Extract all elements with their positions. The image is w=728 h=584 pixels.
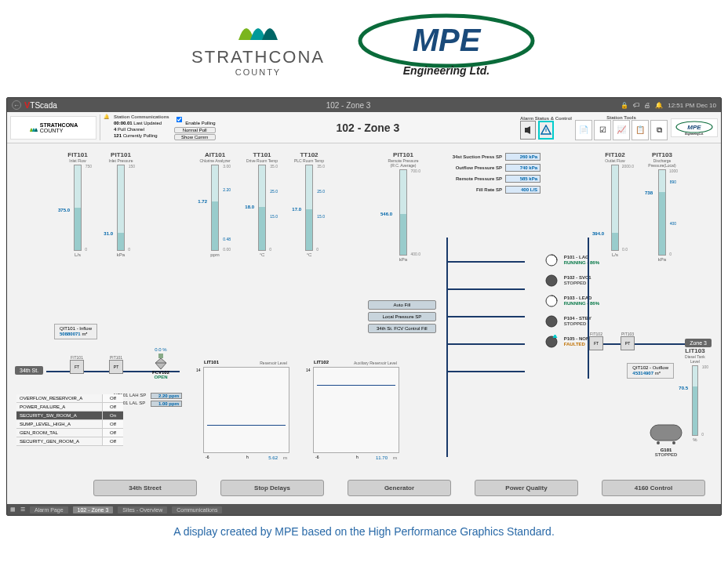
discrete-alarm-table: OVERFLOW_RESERVOIR_AOff POWER_FAILURE_AO… xyxy=(16,394,123,446)
center-buttons: Auto Fill Local Pressure SP 34th St. FCV… xyxy=(368,300,436,333)
disc-row[interactable]: GEN_ROOM_TALOff xyxy=(16,429,123,437)
tank-g101[interactable]: G101 STOPPED xyxy=(646,421,686,457)
nav-4160-control[interactable]: 4160 Control xyxy=(602,480,705,496)
sb-tab-alarm[interactable]: Alarm Page xyxy=(30,506,68,513)
disc-row[interactable]: SECURITY_GEN_ROOM_AOff xyxy=(16,437,123,446)
list-icon[interactable]: ☰ xyxy=(20,506,25,513)
pit101-tag[interactable]: PIT101PT xyxy=(109,355,123,374)
bar-fit102[interactable]: FIT102 Outlet Flow 2000.0394.00.0 L/s xyxy=(595,151,635,257)
tool-trend-icon[interactable]: 📈 xyxy=(613,120,630,140)
svg-point-14 xyxy=(672,441,675,444)
sb-tab-comm[interactable]: Communications xyxy=(172,506,222,513)
sp-fillrate[interactable]: 400 L/S xyxy=(505,186,541,194)
pump-p101[interactable]: P101 - LAGRUNNING - 86% xyxy=(542,253,599,267)
pipe xyxy=(446,288,525,290)
svg-rect-11 xyxy=(158,354,163,358)
svg-point-9 xyxy=(546,316,557,327)
disc-row[interactable]: POWER_FAILURE_AOff xyxy=(16,403,123,412)
bar-lit103[interactable]: LIT103 Diesel Tank Level 10070.50 % xyxy=(682,347,708,442)
pipe xyxy=(446,316,525,317)
bar-fit101[interactable]: FIT101 Inlet Flow 750375.00 L/s xyxy=(58,151,97,257)
fcv-control-fill-button[interactable]: 34th St. FCV Control Fill xyxy=(368,324,436,333)
svg-text:MPE: MPE xyxy=(687,124,701,131)
page-title: 102 - Zone 3 xyxy=(219,122,517,134)
ait-lal-sp[interactable]: 1.00 ppm xyxy=(151,401,182,407)
bar-tt101[interactable]: TT101 Drive Room Temp 35.025.018.015.00 … xyxy=(242,151,282,257)
sp-suction[interactable]: 260 kPa xyxy=(505,153,541,161)
nav-34th-street[interactable]: 34th Street xyxy=(93,480,197,496)
bar-ait101[interactable]: AIT101 Chlorine Analyzer 3.002.201.720.4… xyxy=(195,151,235,257)
station-comm-panel: 🔔 Station Communications 00:00.01 Last U… xyxy=(100,114,216,140)
mpe-sub: Engineering Ltd. xyxy=(403,64,490,77)
mpe-text: MPE xyxy=(413,23,482,57)
ait-lah-sp[interactable]: 2.20 ppm xyxy=(151,393,182,399)
local-pressure-sp-button[interactable]: Local Pressure SP xyxy=(368,312,436,321)
svg-text:Engineering Ltd.: Engineering Ltd. xyxy=(685,132,704,136)
pump-p104[interactable]: P104 - STBYSTOPPED xyxy=(542,314,599,328)
sb-tab-zone3[interactable]: 102 - Zone 3 xyxy=(73,506,114,513)
fit101-tag[interactable]: FIT101FT xyxy=(70,355,84,374)
main-canvas: FIT101 Inlet Flow 750375.00 L/s PIT101 I… xyxy=(7,143,721,504)
disc-row[interactable]: OVERFLOW_RESERVOIR_AOff xyxy=(16,394,123,403)
top-logos: STRATHCONA COUNTY MPE Engineering Ltd. xyxy=(0,0,728,97)
auto-fill-button[interactable]: Auto Fill xyxy=(368,300,436,310)
enable-polling-checkbox[interactable]: Enable Polling xyxy=(174,114,216,126)
sb-tab-sites[interactable]: Sites - Overview xyxy=(118,506,167,513)
alarm-mute-icon[interactable] xyxy=(520,121,536,140)
setpoint-panel: 34st Suction Press SP260 kPa Outflow Pre… xyxy=(439,153,541,197)
grid-icon[interactable]: ▦ xyxy=(10,506,16,513)
alarm-active-icon[interactable] xyxy=(538,121,554,140)
show-comm-button[interactable]: Show Comm xyxy=(174,134,216,140)
sp-outflow[interactable]: 740 kPa xyxy=(505,164,541,172)
nav-generator[interactable]: Generator xyxy=(348,480,451,496)
nav-power-quality[interactable]: Power Quality xyxy=(475,480,578,496)
pipe xyxy=(446,371,525,372)
tool-checklist-icon[interactable]: ☑ xyxy=(594,120,611,140)
nav-buttons: 34th Street Stop Delays Generator Power … xyxy=(93,480,705,496)
pit103-tag[interactable]: PIT103PT xyxy=(621,332,635,350)
svg-point-10 xyxy=(546,336,557,347)
disc-row[interactable]: SUMP_LEVEL_HIGH_AOff xyxy=(16,420,123,429)
bell-icon[interactable]: 🔔 xyxy=(655,102,663,109)
sp-remote[interactable]: 585 kPa xyxy=(505,175,541,183)
source-left: 34th St. xyxy=(15,366,43,375)
fcv102[interactable]: 0.0 % FCV102 OPEN xyxy=(152,347,169,379)
strathcona-logo: STRATHCONA COUNTY xyxy=(191,13,325,77)
pipe xyxy=(446,238,448,457)
bar-pit103[interactable]: PIT103 Discharge Pressure(Local) 1000890… xyxy=(642,151,682,262)
bar-pit101[interactable]: PIT101 Inlet Pressure 15031.00 kPa xyxy=(101,151,140,257)
window-titlebar: ← VTScada 102 - Zone 3 🔒 🏷 🖨 🔔 12:51 PM … xyxy=(7,98,721,112)
qit102-box[interactable]: QIT102 - Outflow 45314907 m³ xyxy=(627,363,674,379)
pump-p103[interactable]: P103 - LEADRUNNING - 86% xyxy=(542,294,599,308)
disc-row[interactable]: SECURITY_SW_ROOM_AOn xyxy=(16,412,123,420)
lock-icon[interactable]: 🔒 xyxy=(621,102,628,109)
clock-text: 12:51 PM Dec 10 xyxy=(668,102,716,109)
nav-stop-delays[interactable]: Stop Delays xyxy=(220,480,324,496)
valve-icon xyxy=(154,352,168,369)
svg-rect-1 xyxy=(525,128,527,132)
dest-right: Zone 3 xyxy=(685,339,712,347)
pipe xyxy=(446,261,525,263)
qit101-box[interactable]: QIT101 - Inflow 50880071 m³ xyxy=(54,324,97,339)
normal-poll-button[interactable]: Normal Poll xyxy=(174,127,216,133)
mpe-logo: MPE Engineering Ltd. xyxy=(356,8,537,82)
trend-lit102[interactable]: LIT102 Auxiliary Reservoir Level 14 -6 h… xyxy=(313,367,399,453)
strathcona-sub: COUNTY xyxy=(191,67,325,77)
bar-tt102[interactable]: TT102 PLC Room Temp 35.025.017.015.00 °C xyxy=(289,151,329,257)
svg-point-7 xyxy=(546,275,557,286)
header-mpe-logo: MPEEngineering Ltd. xyxy=(671,118,718,137)
tool-note-icon[interactable]: 📋 xyxy=(632,120,649,140)
status-bar: ▦ ☰ Alarm Page 102 - Zone 3 Sites - Over… xyxy=(7,504,721,515)
back-icon[interactable]: ← xyxy=(12,100,21,110)
pump-p102[interactable]: P102 - SVC1STOPPED xyxy=(542,274,599,288)
tag-icon[interactable]: 🏷 xyxy=(633,102,639,109)
tool-pdf-icon[interactable]: 📄 xyxy=(575,120,592,140)
svg-point-13 xyxy=(657,441,660,444)
tool-copy-icon[interactable]: ⧉ xyxy=(650,120,668,140)
trend-lit101[interactable]: LIT101 Reservoir Level 14 -6 h 5.62 m xyxy=(203,367,289,453)
window-title: 102 - Zone 3 xyxy=(106,101,591,110)
print-icon[interactable]: 🖨 xyxy=(644,102,650,109)
scada-window: ← VTScada 102 - Zone 3 🔒 🏷 🖨 🔔 12:51 PM … xyxy=(6,97,722,516)
bar-pit101r[interactable]: PIT101 Remote Pressure (R.C. Average) 70… xyxy=(384,151,423,262)
fit102-tag[interactable]: FIT102FT xyxy=(589,332,603,350)
